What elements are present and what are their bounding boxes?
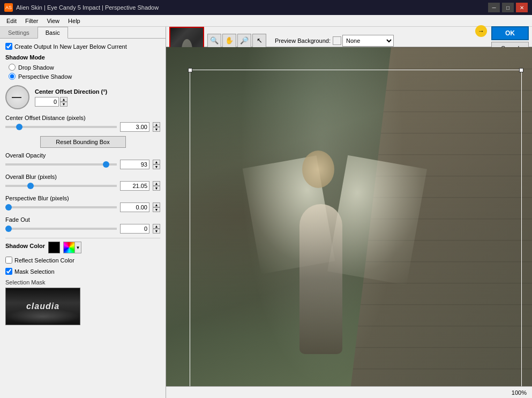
- overall-blur-label: Overall Blur (pixels): [5, 174, 160, 180]
- menu-bar: Edit Filter View Help: [0, 15, 532, 27]
- center-offset-distance-row: Center Offset Distance (pixels) ▲ ▼: [5, 115, 160, 132]
- app-icon: AS: [4, 3, 13, 12]
- shadow-mode-label: Shadow Mode: [5, 54, 160, 61]
- direction-label: Center Offset Direction (°): [35, 88, 107, 95]
- close-button[interactable]: ✕: [516, 3, 528, 12]
- window-title: Alien Skin | Eye Candy 5 Impact | Perspe…: [16, 4, 159, 11]
- create-output-label: Create Output In New Layer Below Current: [14, 43, 127, 50]
- selection-mask-label: Selection Mask: [5, 279, 160, 286]
- body: [299, 204, 342, 354]
- reflect-selection-row: Reflect Selection Color: [5, 257, 160, 264]
- center-offset-distance-slider[interactable]: [5, 126, 117, 128]
- tool-buttons: 🔍 ✋ 🔎 ↖: [207, 34, 266, 48]
- select-tool-button[interactable]: ↖: [252, 34, 266, 48]
- ok-cursor-icon: →: [475, 25, 487, 37]
- perspective-blur-input[interactable]: [120, 202, 149, 212]
- overall-opacity-spinner[interactable]: ▲ ▼: [153, 160, 160, 169]
- tab-bar: Settings Basic: [0, 27, 166, 39]
- create-output-row: Create Output In New Layer Below Current: [5, 43, 160, 50]
- perspective-blur-row: Perspective Blur (pixels) ▲ ▼: [5, 195, 160, 212]
- center-offset-distance-input[interactable]: [120, 122, 149, 132]
- overall-opacity-input[interactable]: [120, 160, 149, 169]
- direction-section: Center Offset Direction (°) ▲ ▼: [5, 85, 160, 109]
- preview-area[interactable]: [166, 47, 532, 386]
- mask-selection-checkbox[interactable]: [5, 268, 12, 275]
- persp-blur-down[interactable]: ▼: [153, 207, 160, 212]
- fade-out-down[interactable]: ▼: [153, 229, 160, 234]
- menu-filter[interactable]: Filter: [21, 17, 42, 25]
- perspective-shadow-row: Perspective Shadow: [9, 73, 160, 80]
- direction-spin-up[interactable]: ▲: [60, 97, 68, 102]
- zoom-out-button[interactable]: 🔎: [237, 34, 251, 48]
- center-offset-distance-spinner[interactable]: ▲ ▼: [153, 122, 160, 132]
- panel-content: Create Output In New Layer Below Current…: [0, 39, 166, 329]
- overall-blur-spinner[interactable]: ▲ ▼: [153, 181, 160, 191]
- overall-blur-row: Overall Blur (pixels) ▲ ▼: [5, 174, 160, 191]
- right-panel: 🔍 ✋ 🔎 ↖ Preview Background: None White B…: [166, 27, 532, 398]
- pan-tool-button[interactable]: ✋: [222, 34, 236, 48]
- head: [302, 151, 334, 188]
- reset-bounding-box-button[interactable]: Reset Bounding Box: [40, 136, 126, 148]
- shadow-color-swatch[interactable]: [48, 242, 60, 253]
- ok-button[interactable]: OK: [491, 26, 529, 40]
- center-offset-up[interactable]: ▲: [153, 122, 160, 127]
- overall-blur-slider[interactable]: [5, 185, 117, 187]
- direction-spinner[interactable]: ▲ ▼: [60, 97, 68, 107]
- preview-bg-section: Preview Background: None White Black Che…: [269, 35, 394, 47]
- drop-shadow-label: Drop Shadow: [18, 64, 54, 71]
- opacity-down[interactable]: ▼: [153, 164, 160, 169]
- menu-view[interactable]: View: [42, 17, 64, 25]
- fade-out-spinner[interactable]: ▲ ▼: [153, 224, 160, 234]
- drop-shadow-row: Drop Shadow: [9, 64, 160, 71]
- center-offset-down[interactable]: ▼: [153, 127, 160, 132]
- direction-spin-down[interactable]: ▼: [60, 102, 68, 107]
- bg-color-swatch: [333, 36, 341, 45]
- window-controls[interactable]: ─ □ ✕: [488, 3, 528, 12]
- shadow-mode-group: Drop Shadow Perspective Shadow: [5, 64, 160, 80]
- fade-out-up[interactable]: ▲: [153, 224, 160, 229]
- reflect-selection-checkbox[interactable]: [5, 257, 12, 264]
- main-layout: Settings Basic Create Output In New Laye…: [0, 27, 532, 398]
- mask-selection-row: Mask Selection: [5, 268, 160, 275]
- preview-header: 🔍 ✋ 🔎 ↖ Preview Background: None White B…: [166, 27, 532, 47]
- overall-opacity-slider[interactable]: [5, 163, 117, 166]
- perspective-shadow-label: Perspective Shadow: [18, 73, 72, 80]
- menu-edit[interactable]: Edit: [2, 17, 21, 25]
- zoom-tool-button[interactable]: 🔍: [207, 34, 221, 48]
- center-offset-distance-label: Center Offset Distance (pixels): [5, 115, 160, 121]
- status-bar: 100%: [166, 386, 532, 398]
- shadow-color-row: Shadow Color ▼: [5, 242, 160, 253]
- direction-input[interactable]: [35, 97, 59, 107]
- left-panel: Settings Basic Create Output In New Laye…: [0, 27, 166, 398]
- divider-1: [5, 238, 160, 238]
- perspective-blur-spinner[interactable]: ▲ ▼: [153, 202, 160, 212]
- tab-basic[interactable]: Basic: [38, 27, 68, 39]
- perspective-shadow-radio[interactable]: [9, 73, 16, 80]
- angel-figure: [283, 151, 380, 354]
- fade-out-input[interactable]: [120, 224, 149, 234]
- perspective-blur-label: Perspective Blur (pixels): [5, 195, 160, 201]
- blur-down[interactable]: ▼: [153, 186, 160, 191]
- drop-shadow-radio[interactable]: [9, 64, 16, 71]
- overall-blur-input[interactable]: [120, 181, 149, 191]
- opacity-up[interactable]: ▲: [153, 160, 160, 164]
- preview-bg-label: Preview Background:: [275, 37, 331, 44]
- mask-selection-label: Mask Selection: [14, 268, 55, 275]
- direction-dial[interactable]: [5, 85, 29, 109]
- fade-out-slider[interactable]: [5, 228, 117, 230]
- minimize-button[interactable]: ─: [488, 3, 500, 12]
- blur-up[interactable]: ▲: [153, 181, 160, 186]
- reflect-selection-label: Reflect Selection Color: [14, 257, 74, 264]
- perspective-blur-slider[interactable]: [5, 206, 117, 208]
- preview-bg-select[interactable]: None White Black Checkerboard: [342, 35, 394, 47]
- tab-settings[interactable]: Settings: [0, 27, 38, 38]
- title-bar: AS Alien Skin | Eye Candy 5 Impact | Per…: [0, 0, 532, 15]
- color-grid-button[interactable]: ▼: [63, 242, 81, 253]
- persp-blur-up[interactable]: ▲: [153, 202, 160, 207]
- overall-opacity-label: Overall Opacity: [5, 152, 160, 159]
- maximize-button[interactable]: □: [502, 3, 514, 12]
- menu-help[interactable]: Help: [64, 17, 85, 25]
- fade-out-row: Fade Out ▲ ▼: [5, 216, 160, 234]
- color-dropdown-arrow[interactable]: ▼: [75, 242, 81, 253]
- create-output-checkbox[interactable]: [5, 43, 12, 50]
